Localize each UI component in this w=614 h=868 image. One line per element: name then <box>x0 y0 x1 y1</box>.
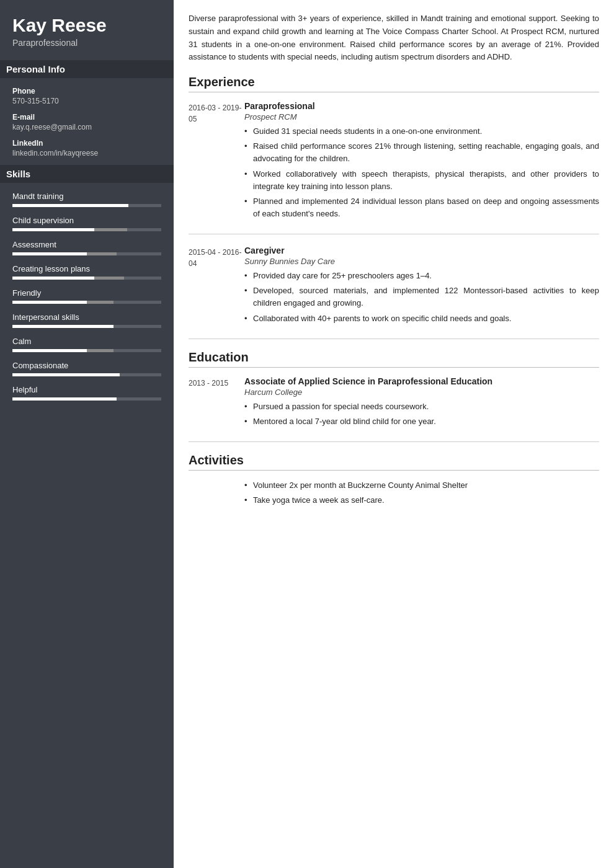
candidate-name: Kay Reese <box>12 15 161 35</box>
bullet-item: Developed, sourced materials, and implem… <box>244 285 599 309</box>
summary-text: Diverse paraprofessional with 3+ years o… <box>189 12 599 64</box>
experience-divider <box>189 234 599 234</box>
skill-bar <box>12 373 161 376</box>
activity-bullet: Take yoga twice a week as self-care. <box>244 494 599 507</box>
job-title: Caregiver <box>244 246 599 255</box>
activity-bullet: Volunteer 2x per month at Buckzerne Coun… <box>244 479 599 492</box>
skill-name: Compassionate <box>12 361 161 370</box>
skill-bar <box>12 325 161 328</box>
skill-bar <box>12 204 161 207</box>
activities-heading: Activities <box>189 453 599 471</box>
skill-bar <box>12 349 161 352</box>
skill-name: Mandt training <box>12 192 161 201</box>
main-content: Diverse paraprofessional with 3+ years o… <box>174 0 614 868</box>
school-name: Harcum College <box>244 388 599 397</box>
activities-row: Volunteer 2x per month at Buckzerne Coun… <box>189 479 599 509</box>
bullet-item: Raised child performance scores 21% thro… <box>244 140 599 165</box>
experience-detail: ParaprofessionalProspect RCMGuided 31 sp… <box>244 101 599 223</box>
email-label: E-mail <box>12 113 161 122</box>
personal-info-heading: Personal Info <box>0 60 174 78</box>
skill-bar <box>12 228 161 231</box>
education-detail: Associate of Applied Science in Paraprof… <box>244 376 599 430</box>
experience-item: 2016-03 - 2019-05ParaprofessionalProspec… <box>189 101 599 223</box>
skill-name: Child supervision <box>12 216 161 225</box>
experience-date: 2016-03 - 2019-05 <box>189 101 244 223</box>
education-date: 2013 - 2015 <box>189 376 244 430</box>
skill-name: Creating lesson plans <box>12 264 161 273</box>
bullet-item: Guided 31 special needs students in a on… <box>244 125 599 138</box>
linkedin-value: linkedin.com/in/kayqreese <box>12 149 161 157</box>
email-value: kay.q.reese@gmail.com <box>12 123 161 131</box>
activities-detail: Volunteer 2x per month at Buckzerne Coun… <box>244 479 599 509</box>
sidebar: Kay Reese Paraprofessional Personal Info… <box>0 0 174 868</box>
experience-item: 2015-04 - 2016-04CaregiverSunny Bunnies … <box>189 246 599 327</box>
experience-list: 2016-03 - 2019-05ParaprofessionalProspec… <box>189 101 599 327</box>
education-bullet: Pursued a passion for special needs cour… <box>244 401 599 413</box>
job-title: Paraprofessional <box>244 101 599 111</box>
section-divider-edu <box>189 339 599 339</box>
bullet-item: Worked collaboratively with speech thera… <box>244 168 599 193</box>
skills-list: Mandt trainingChild supervisionAssessmen… <box>12 192 161 401</box>
education-bullet: Mentored a local 7-year old blind child … <box>244 415 599 428</box>
education-item: 2013 - 2015Associate of Applied Science … <box>189 376 599 430</box>
skill-name: Interpersonal skills <box>12 312 161 322</box>
experience-heading: Experience <box>189 75 599 92</box>
bullet-item: Collaborated with 40+ parents to work on… <box>244 312 599 325</box>
activities-list: Volunteer 2x per month at Buckzerne Coun… <box>189 479 599 509</box>
skill-name: Helpful <box>12 385 161 394</box>
skill-bar <box>12 252 161 255</box>
skill-name: Calm <box>12 337 161 346</box>
skill-bar <box>12 301 161 304</box>
skill-bar <box>12 277 161 280</box>
candidate-title: Paraprofessional <box>12 38 161 48</box>
education-degree: Associate of Applied Science in Paraprof… <box>244 376 599 386</box>
skills-heading: Skills <box>0 165 174 183</box>
section-divider-act <box>189 441 599 442</box>
linkedin-label: LinkedIn <box>12 139 161 148</box>
experience-date: 2015-04 - 2016-04 <box>189 246 244 327</box>
phone-value: 570-315-5170 <box>12 97 161 105</box>
company-name: Sunny Bunnies Day Care <box>244 257 599 266</box>
activities-date-spacer <box>189 479 244 509</box>
skill-bar <box>12 397 161 401</box>
phone-label: Phone <box>12 87 161 95</box>
education-list: 2013 - 2015Associate of Applied Science … <box>189 376 599 430</box>
experience-detail: CaregiverSunny Bunnies Day CareProvided … <box>244 246 599 327</box>
bullet-item: Planned and implemented 24 individual le… <box>244 195 599 220</box>
skill-name: Friendly <box>12 288 161 298</box>
skill-name: Assessment <box>12 240 161 249</box>
education-heading: Education <box>189 350 599 368</box>
company-name: Prospect RCM <box>244 112 599 122</box>
bullet-item: Provided day care for 25+ preschoolers a… <box>244 270 599 282</box>
